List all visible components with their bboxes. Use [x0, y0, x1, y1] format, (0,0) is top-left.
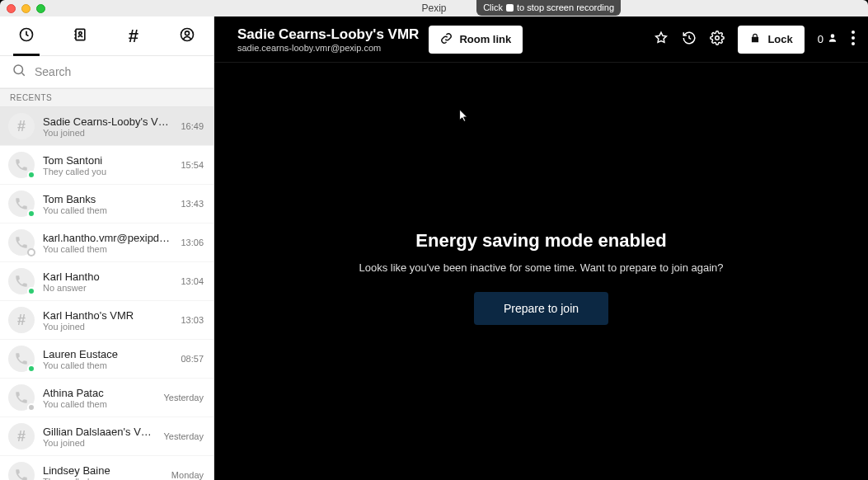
- sidebar-search[interactable]: [0, 56, 213, 88]
- recording-tip-text-2: to stop screen recording: [517, 2, 614, 12]
- screen-recording-tip[interactable]: Click to stop screen recording: [476, 0, 621, 16]
- tab-recents[interactable]: [8, 16, 45, 56]
- recents-row-subtitle: You joined: [43, 128, 172, 138]
- svg-point-2: [79, 31, 82, 34]
- tab-rooms[interactable]: #: [115, 16, 152, 56]
- profile-icon: [179, 26, 195, 46]
- room-link-button[interactable]: Room link: [429, 26, 523, 54]
- favorite-button[interactable]: [654, 31, 669, 49]
- recents-row-time: 16:49: [181, 121, 204, 131]
- window-controls: [0, 4, 45, 13]
- svg-point-7: [852, 31, 855, 34]
- svg-point-8: [852, 36, 855, 40]
- recents-section-header: RECENTS: [0, 88, 213, 107]
- recents-row-title: Athina Patac: [43, 387, 155, 399]
- tab-profile[interactable]: [169, 16, 205, 56]
- window-minimize-button[interactable]: [21, 4, 30, 13]
- svg-point-5: [14, 65, 23, 74]
- recents-row-subtitle: You called them: [43, 399, 155, 409]
- presence-indicator: [27, 287, 35, 295]
- recents-row-time: 13:43: [181, 199, 204, 209]
- settings-button[interactable]: [710, 31, 725, 49]
- participant-count[interactable]: 0: [818, 32, 838, 46]
- recents-row-title: karl.hantho.vmr@pexipdemo: [43, 232, 172, 244]
- recents-row-subtitle: They called you: [43, 167, 172, 176]
- window-close-button[interactable]: [7, 4, 16, 13]
- link-icon: [440, 32, 453, 47]
- participant-number: 0: [818, 33, 823, 45]
- room-uri: sadie.cearns-looby.vmr@pexip.com: [237, 43, 419, 53]
- avatar: [8, 268, 35, 294]
- recents-row[interactable]: #Gillian Dalslaaen's VMRYou joinedYester…: [0, 417, 213, 456]
- avatar: #: [8, 307, 35, 333]
- recents-list[interactable]: #Sadie Cearns-Looby's VMRYou joined16:49…: [0, 107, 213, 480]
- recents-row-subtitle: You called them: [43, 205, 172, 215]
- recents-row-time: 13:03: [181, 315, 204, 325]
- avatar: #: [8, 423, 35, 449]
- recents-row[interactable]: Athina PatacYou called themYesterday: [0, 379, 213, 417]
- recents-row[interactable]: Lauren EustaceYou called them08:57: [0, 340, 213, 379]
- recents-row-subtitle: No answer: [43, 283, 172, 293]
- recents-row[interactable]: Tom SantoniThey called you15:54: [0, 146, 213, 185]
- lock-button[interactable]: Lock: [738, 26, 804, 54]
- recents-row-title: Sadie Cearns-Looby's VMR: [43, 115, 172, 128]
- kebab-icon: [852, 34, 855, 48]
- room-link-label: Room link: [459, 33, 511, 45]
- energy-title: Energy saving mode enabled: [415, 230, 666, 252]
- presence-indicator: [27, 365, 35, 373]
- presence-indicator: [27, 171, 35, 179]
- svg-point-9: [852, 42, 855, 45]
- avatar: #: [8, 113, 35, 139]
- clock-icon: [18, 26, 35, 46]
- avatar: [8, 346, 35, 372]
- avatar: [8, 462, 35, 480]
- recents-row[interactable]: Karl HanthoNo answer13:04: [0, 262, 213, 301]
- recents-row-time: Yesterday: [163, 431, 204, 441]
- sidebar: # RECENTS #Sadie Cearns-Looby's VMRYou j…: [0, 16, 214, 480]
- star-icon: [654, 31, 669, 49]
- recents-row-title: Gillian Dalslaaen's VMR: [43, 426, 155, 438]
- window-title: Pexip: [421, 2, 446, 14]
- recents-row-time: 08:57: [181, 354, 204, 364]
- recents-row-title: Lauren Eustace: [43, 348, 172, 360]
- recents-row-title: Karl Hantho: [43, 271, 172, 283]
- svg-point-4: [185, 31, 189, 35]
- call-topbar: Sadie Cearns-Looby's VMR sadie.cearns-lo…: [214, 16, 868, 63]
- recents-row-subtitle: You called them: [43, 360, 172, 370]
- history-button[interactable]: [682, 31, 697, 49]
- window-titlebar: Pexip Click to stop screen recording: [0, 0, 868, 16]
- room-title: Sadie Cearns-Looby's VMR: [237, 26, 419, 43]
- prepare-to-join-button[interactable]: Prepare to join: [474, 292, 608, 325]
- person-icon: [827, 32, 838, 46]
- recents-row[interactable]: karl.hantho.vmr@pexipdemoYou called them…: [0, 224, 213, 262]
- history-icon: [682, 31, 697, 49]
- recents-row-time: 13:04: [181, 276, 204, 286]
- hash-icon: #: [8, 113, 35, 139]
- recents-row[interactable]: #Karl Hantho's VMRYou joined13:03: [0, 301, 213, 340]
- presence-indicator: [27, 209, 35, 218]
- window-maximize-button[interactable]: [36, 4, 45, 13]
- phone-icon: [8, 462, 35, 480]
- recents-row-time: 13:06: [181, 238, 204, 247]
- contacts-icon: [72, 26, 88, 46]
- room-info: Sadie Cearns-Looby's VMR sadie.cearns-lo…: [237, 26, 419, 53]
- search-input[interactable]: [35, 65, 202, 78]
- hash-icon: #: [8, 307, 35, 333]
- recents-row-time: Yesterday: [163, 393, 204, 402]
- tab-contacts[interactable]: [62, 16, 98, 56]
- recents-row-title: Karl Hantho's VMR: [43, 309, 172, 322]
- lock-icon: [749, 32, 761, 46]
- recents-row-time: Monday: [171, 470, 204, 480]
- recents-row-time: 15:54: [181, 160, 204, 170]
- recents-row-title: Lindsey Baine: [43, 464, 163, 477]
- recents-row[interactable]: Lindsey BaineThey called youMonday: [0, 456, 213, 480]
- sidebar-tabs: #: [0, 16, 213, 56]
- recording-tip-text-1: Click: [483, 2, 503, 12]
- avatar: [8, 191, 35, 217]
- recents-row-subtitle: They called you: [43, 477, 163, 481]
- avatar: [8, 152, 35, 178]
- overflow-menu-button[interactable]: [852, 31, 855, 49]
- recents-row[interactable]: Tom BanksYou called them13:43: [0, 185, 213, 224]
- recents-row-title: Tom Santoni: [43, 154, 172, 167]
- recents-row[interactable]: #Sadie Cearns-Looby's VMRYou joined16:49: [0, 107, 213, 146]
